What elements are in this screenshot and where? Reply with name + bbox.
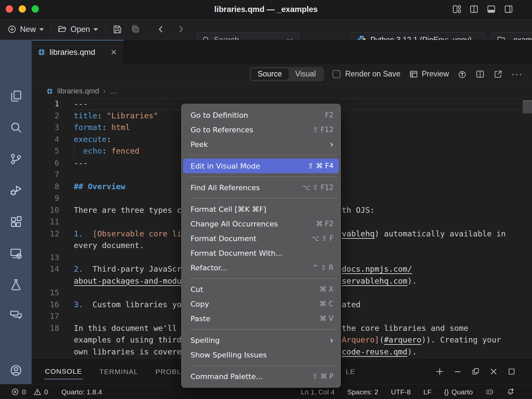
- quarto-version[interactable]: Quarto: 1.8.4: [61, 388, 102, 396]
- copilot-icon[interactable]: [485, 388, 494, 396]
- source-control-icon[interactable]: [9, 152, 23, 166]
- breadcrumb[interactable]: libraries.qmd › …: [32, 84, 532, 98]
- panel-tab-clipped-fragment[interactable]: LE: [346, 359, 355, 384]
- panel-tab-terminal[interactable]: TERMINAL: [99, 364, 139, 379]
- code-text: title: "Libraries": [74, 110, 158, 122]
- breadcrumb-more[interactable]: …: [110, 87, 117, 95]
- menu-item-format-document-with[interactable]: Format Document With...: [181, 246, 341, 260]
- chevron-down-icon: [93, 28, 98, 31]
- notifications-bell-icon[interactable]: [506, 388, 515, 396]
- source-mode-button[interactable]: Source: [251, 68, 289, 80]
- save-all-button[interactable]: [131, 18, 141, 40]
- line-number: 5: [32, 145, 59, 157]
- toolbar: New Open Search Python 3.12.1 (PipEnv: .…: [0, 18, 532, 40]
- minimize-panel-icon[interactable]: [453, 367, 462, 376]
- end-of-line[interactable]: LF: [423, 388, 432, 396]
- tab-libraries-qmd[interactable]: libraries.qmd: [32, 40, 124, 64]
- remote-sessions-icon[interactable]: [9, 247, 23, 260]
- preview-button[interactable]: Preview: [409, 69, 449, 79]
- customize-layout-icon[interactable]: [452, 4, 462, 14]
- menu-item-go-to-definition[interactable]: Go to DefinitionF2: [181, 108, 341, 122]
- menu-separator: [190, 198, 337, 199]
- language-mode[interactable]: {} Quarto: [444, 388, 473, 396]
- menu-item-command-palette[interactable]: Command Palette...⇧ ⌘ P: [181, 369, 341, 384]
- indentation[interactable]: Spaces: 2: [347, 388, 378, 396]
- menu-item-go-to-references[interactable]: Go to References⇧ F12: [181, 122, 341, 137]
- error-icon: [11, 388, 19, 396]
- menu-separator: [190, 329, 337, 330]
- publish-icon[interactable]: [458, 69, 467, 79]
- open-folder-icon: [57, 24, 67, 34]
- open-label: Open: [70, 25, 90, 34]
- testing-beaker-icon[interactable]: [9, 278, 23, 291]
- line-number: 6: [32, 157, 59, 169]
- menu-item-show-spelling-issues[interactable]: Show Spelling Issues: [181, 347, 341, 362]
- render-on-save-control[interactable]: Render on Save: [332, 69, 400, 78]
- more-actions-icon[interactable]: ···: [511, 69, 523, 79]
- save-button[interactable]: [112, 18, 122, 40]
- problems-indicator[interactable]: 0 0: [11, 388, 48, 396]
- divider: [106, 25, 106, 34]
- menu-item-paste[interactable]: Paste⌘ V: [181, 311, 341, 326]
- code-text: format: html: [74, 122, 130, 134]
- divider: [51, 25, 51, 34]
- menu-item-peek[interactable]: Peek›: [181, 137, 341, 152]
- new-button[interactable]: New: [7, 18, 44, 40]
- split-editor-icon[interactable]: [475, 69, 485, 79]
- split-editor-icon[interactable]: [469, 4, 479, 14]
- menu-item-edit-in-visual-mode[interactable]: Edit in Visual Mode⇧ ⌘ F4: [183, 159, 339, 173]
- maximize-panel-icon[interactable]: [507, 367, 516, 376]
- menu-item-refactor[interactable]: Refactor...^ ⇧ R: [181, 260, 341, 275]
- tab-label: libraries.qmd: [50, 48, 106, 57]
- line-number: 9: [32, 193, 59, 204]
- breadcrumb-file[interactable]: libraries.qmd: [57, 87, 99, 95]
- preview-label: Preview: [422, 69, 449, 78]
- menu-item-spelling[interactable]: Spelling›: [181, 333, 341, 347]
- code-text: In this document we'll: [74, 323, 182, 334]
- chat-comments-icon[interactable]: [9, 309, 23, 322]
- menu-item-cut[interactable]: Cut⌘ X: [181, 282, 341, 297]
- code-text: execute:: [74, 134, 111, 146]
- code-text-right-fragment: the core libraries and some: [342, 323, 468, 334]
- encoding[interactable]: UTF-8: [391, 388, 411, 396]
- cursor-position[interactable]: Ln 1, Col 4: [301, 388, 335, 396]
- account-icon[interactable]: [9, 364, 23, 377]
- back-button[interactable]: [156, 18, 166, 40]
- quarto-file-icon: [46, 88, 53, 95]
- menu-item-find-all-references[interactable]: Find All References⌥ ⇧ F12: [181, 180, 341, 195]
- restore-panel-icon[interactable]: [471, 367, 480, 376]
- explorer-icon[interactable]: [9, 89, 23, 103]
- preview-icon: [409, 69, 418, 79]
- run-debug-icon[interactable]: [9, 184, 23, 197]
- line-number: 3: [32, 122, 59, 134]
- forward-button[interactable]: [176, 18, 186, 40]
- code-text: own libraries is covere: [74, 346, 182, 358]
- source-visual-toggle: Source Visual: [250, 67, 324, 81]
- code-text: There are three types c: [74, 204, 182, 216]
- menu-item-format-cell-k-f[interactable]: Format Cell [⌘K ⌘F]: [181, 202, 341, 216]
- warning-count: 0: [44, 388, 48, 396]
- line-number: 10: [32, 204, 59, 216]
- code-text-right-fragment: ated: [342, 299, 360, 311]
- close-panel-icon[interactable]: [489, 367, 498, 376]
- panel-tab-console[interactable]: CONSOLE: [44, 364, 83, 379]
- line-number: 13: [32, 252, 59, 264]
- menu-item-copy[interactable]: Copy⌘ C: [181, 297, 341, 311]
- toggle-panel-icon[interactable]: [486, 4, 496, 14]
- open-button[interactable]: Open: [57, 18, 98, 40]
- search-sidebar-icon[interactable]: [9, 121, 23, 134]
- toggle-secondary-sidebar-icon[interactable]: [504, 4, 513, 14]
- panel-tabs: CONSOLETERMINALPROBLEMS: [44, 359, 199, 384]
- code-text: ---: [74, 98, 88, 110]
- menu-item-change-all-occurrences[interactable]: Change All Occurrences⌘ F2: [181, 216, 341, 231]
- menu-separator: [190, 365, 337, 366]
- new-console-icon[interactable]: [435, 367, 444, 376]
- render-on-save-label: Render on Save: [345, 69, 400, 78]
- close-tab-icon[interactable]: [110, 49, 117, 56]
- open-in-new-window-icon[interactable]: [493, 69, 503, 79]
- code-text: 3. Custom libraries yo: [74, 299, 182, 311]
- render-on-save-checkbox[interactable]: [332, 70, 340, 78]
- extensions-icon[interactable]: [9, 215, 23, 228]
- menu-item-format-document[interactable]: Format Document⌥ ⇧ F: [181, 231, 341, 246]
- visual-mode-button[interactable]: Visual: [289, 68, 323, 80]
